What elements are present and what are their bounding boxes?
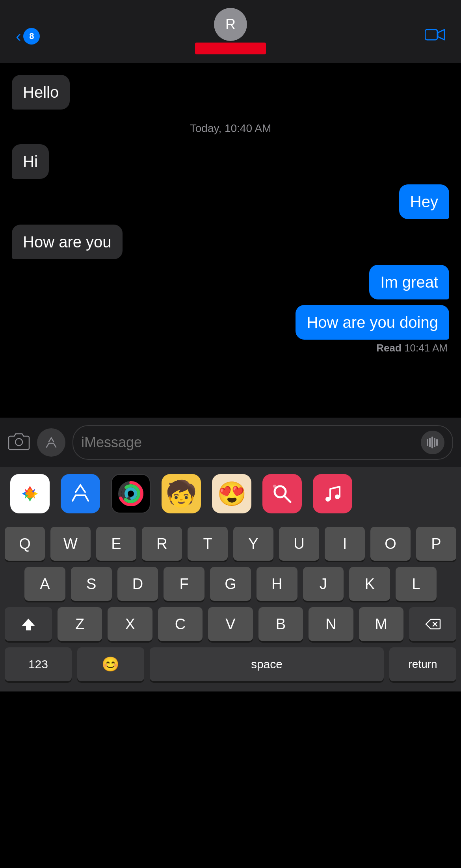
key-j[interactable]: J [303, 567, 344, 601]
key-m[interactable]: M [359, 607, 403, 641]
key-space[interactable]: space [150, 647, 384, 681]
chat-area: Hello Today, 10:40 AM Hi Hey How are you… [0, 63, 461, 418]
message-bubble-hello: Hello [12, 75, 70, 110]
key-x[interactable]: X [108, 607, 152, 641]
video-call-button[interactable] [425, 28, 445, 45]
key-g[interactable]: G [210, 567, 251, 601]
tray-music-icon[interactable] [313, 474, 352, 513]
message-bubble-hi: Hi [12, 144, 49, 179]
key-y[interactable]: Y [233, 527, 273, 561]
app-tray: 🧒 😍 [0, 467, 461, 520]
svg-rect-6 [436, 439, 438, 446]
key-c[interactable]: C [158, 607, 203, 641]
tray-search-icon[interactable] [262, 474, 302, 513]
keyboard-row-1: Q W E R T Y U I O P [5, 527, 456, 561]
key-h[interactable]: H [257, 567, 297, 601]
back-count-badge: 8 [23, 28, 40, 45]
tray-fitness-icon[interactable] [111, 474, 151, 513]
key-f[interactable]: F [164, 567, 204, 601]
header: ‹ 8 R [0, 0, 461, 63]
tray-appstore-icon[interactable] [61, 474, 100, 513]
timestamp: Today, 10:40 AM [12, 122, 449, 135]
key-p[interactable]: P [416, 527, 456, 561]
key-return[interactable]: return [389, 647, 456, 681]
key-n[interactable]: N [309, 607, 353, 641]
keyboard-row-4: 123 😊 space return [5, 647, 456, 681]
svg-rect-2 [427, 439, 428, 446]
back-button[interactable]: ‹ 8 [16, 28, 40, 45]
key-e[interactable]: E [96, 527, 136, 561]
key-w[interactable]: W [50, 527, 91, 561]
svg-point-17 [335, 494, 340, 499]
key-k[interactable]: K [349, 567, 390, 601]
message-bubble-hey: Hey [399, 184, 449, 219]
key-o[interactable]: O [370, 527, 411, 561]
key-numbers[interactable]: 123 [5, 647, 72, 681]
svg-point-1 [15, 439, 22, 446]
message-bubble-im-great: Im great [369, 265, 449, 299]
message-bubble-how-are-you-doing: How are you doing [296, 305, 449, 340]
key-b[interactable]: B [258, 607, 303, 641]
key-u[interactable]: U [279, 527, 319, 561]
key-d[interactable]: D [117, 567, 158, 601]
contact-info[interactable]: R [195, 8, 266, 54]
key-r[interactable]: R [142, 527, 182, 561]
key-q[interactable]: Q [5, 527, 45, 561]
svg-rect-0 [425, 30, 437, 40]
keyboard-row-3: Z X C V B N M [5, 607, 456, 641]
svg-rect-5 [434, 438, 435, 447]
contact-name-bar [195, 43, 266, 54]
svg-rect-3 [429, 438, 431, 447]
tray-memoji-icon[interactable]: 🧒 [162, 474, 201, 513]
chevron-left-icon: ‹ [16, 28, 21, 45]
svg-point-15 [273, 485, 276, 488]
message-input-container[interactable] [72, 425, 453, 460]
read-receipt: Read 10:41 AM [12, 342, 449, 354]
keyboard-row-2: A S D F G H J K L [5, 567, 456, 601]
key-i[interactable]: I [325, 527, 365, 561]
key-a[interactable]: A [24, 567, 65, 601]
message-bubble-how-are-you: How are you [12, 225, 123, 259]
key-delete[interactable] [409, 607, 456, 641]
svg-point-7 [25, 489, 35, 498]
key-s[interactable]: S [71, 567, 112, 601]
key-v[interactable]: V [208, 607, 253, 641]
key-z[interactable]: Z [58, 607, 102, 641]
key-l[interactable]: L [396, 567, 437, 601]
key-emoji[interactable]: 😊 [77, 647, 144, 681]
app-store-button[interactable] [37, 428, 65, 457]
input-bar [0, 418, 461, 467]
avatar: R [214, 8, 247, 41]
tray-animoji-icon[interactable]: 😍 [212, 474, 251, 513]
svg-rect-4 [431, 437, 433, 448]
audio-button[interactable] [421, 431, 444, 454]
svg-point-16 [325, 497, 330, 502]
keyboard: Q W E R T Y U I O P A S D F G H J K L Z … [0, 520, 461, 691]
key-t[interactable]: T [188, 527, 228, 561]
tray-photos-icon[interactable] [10, 474, 50, 513]
message-input[interactable] [81, 434, 416, 451]
key-shift[interactable] [5, 607, 52, 641]
camera-button[interactable] [8, 431, 30, 454]
